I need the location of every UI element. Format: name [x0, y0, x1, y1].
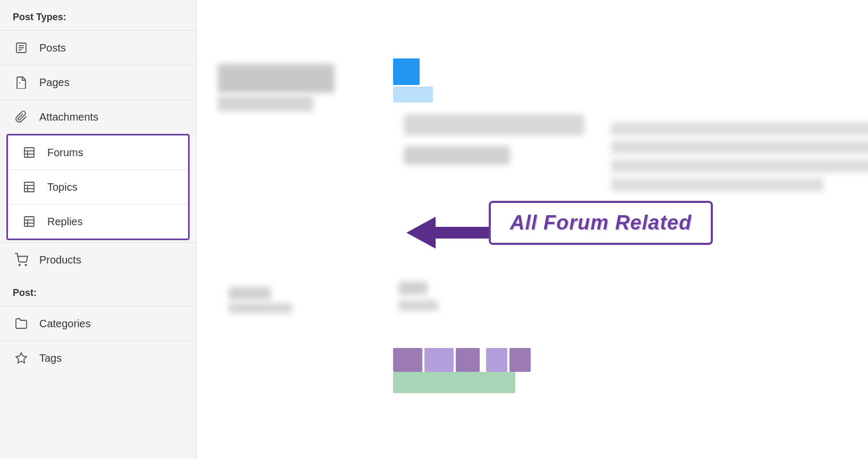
pages-icon — [13, 74, 30, 91]
chart-green-bottom — [393, 372, 515, 393]
sidebar-item-attachments[interactable]: Attachments — [0, 99, 196, 134]
tags-label: Tags — [39, 352, 62, 364]
blurred-block-3 — [404, 114, 584, 135]
svg-rect-12 — [24, 217, 34, 226]
products-label: Products — [39, 254, 81, 266]
svg-point-17 — [25, 265, 27, 266]
replies-label: Replies — [47, 216, 83, 228]
chart-blue-top — [393, 58, 433, 103]
attachments-icon — [13, 108, 30, 125]
blurred-block-1 — [218, 64, 335, 93]
sidebar-item-posts[interactable]: Posts — [0, 30, 196, 65]
topics-label: Topics — [47, 181, 78, 193]
forums-label: Forums — [47, 147, 83, 159]
blurred-row-2 — [228, 303, 292, 313]
posts-icon — [13, 39, 30, 56]
blurred-block-8 — [611, 178, 823, 191]
svg-rect-8 — [24, 182, 34, 192]
blurred-block-6 — [611, 141, 868, 154]
sidebar-item-categories[interactable]: Categories — [0, 306, 196, 341]
svg-marker-18 — [16, 353, 27, 363]
posts-label: Posts — [39, 42, 66, 54]
categories-label: Categories — [39, 318, 91, 330]
annotation-text: All Forum Related — [510, 211, 692, 234]
blurred-block-2 — [218, 96, 313, 112]
blurred-row-1 — [228, 287, 271, 300]
blurred-block-7 — [611, 159, 868, 173]
blurred-block-10 — [398, 300, 438, 311]
post-types-header: Post Types: — [0, 0, 196, 30]
forums-icon — [21, 144, 38, 161]
tags-icon — [13, 350, 30, 367]
main-content: All Forum Related — [197, 0, 868, 459]
blurred-block-4 — [404, 146, 510, 165]
annotation-arrow — [406, 217, 489, 249]
forum-group-box: Forums Topics — [6, 134, 190, 240]
sidebar-item-pages[interactable]: Pages — [0, 65, 196, 99]
products-icon — [13, 251, 30, 268]
annotation-box: All Forum Related — [489, 201, 713, 245]
svg-point-16 — [19, 265, 20, 266]
chart-colored-bottom — [393, 348, 531, 372]
sidebar-item-products[interactable]: Products — [0, 242, 196, 277]
sidebar-item-tags[interactable]: Tags — [0, 341, 196, 375]
categories-icon — [13, 315, 30, 332]
svg-rect-4 — [24, 148, 34, 157]
pages-label: Pages — [39, 76, 70, 89]
topics-icon — [21, 178, 38, 196]
sidebar-item-topics[interactable]: Topics — [8, 169, 188, 204]
sidebar-item-replies[interactable]: Replies — [8, 204, 188, 239]
blurred-block-9 — [398, 282, 428, 295]
sidebar-item-forums[interactable]: Forums — [8, 135, 188, 169]
sidebar: Post Types: Posts Pages — [0, 0, 197, 459]
attachments-label: Attachments — [39, 111, 98, 123]
replies-icon — [21, 213, 38, 230]
post-header: Post: — [0, 277, 196, 306]
blurred-block-5 — [611, 122, 868, 135]
